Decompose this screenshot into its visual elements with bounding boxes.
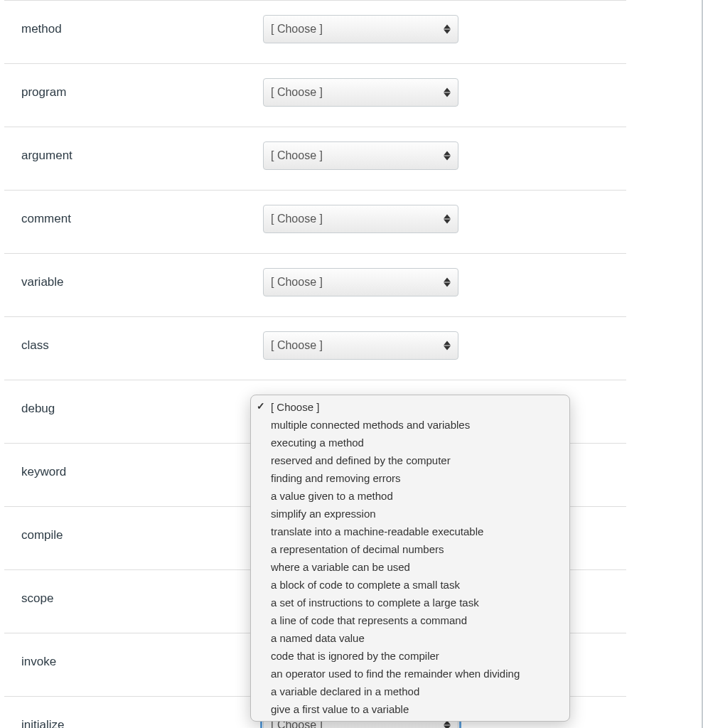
select-value: [ Choose ] bbox=[271, 339, 323, 352]
select-class[interactable]: [ Choose ] bbox=[263, 331, 458, 360]
select-comment[interactable]: [ Choose ] bbox=[263, 205, 458, 233]
chevron-updown-icon bbox=[444, 721, 451, 729]
dropdown-item[interactable]: translate into a machine-readable execut… bbox=[251, 523, 569, 540]
dropdown-item[interactable]: a representation of decimal numbers bbox=[251, 540, 569, 558]
row-label: compile bbox=[21, 521, 263, 542]
match-row-program: program [ Choose ] bbox=[4, 63, 626, 127]
chevron-updown-icon bbox=[444, 151, 451, 161]
select-value: [ Choose ] bbox=[271, 149, 323, 162]
dropdown-menu[interactable]: [ Choose ] multiple connected methods an… bbox=[250, 395, 570, 722]
dropdown-item[interactable]: a line of code that represents a command bbox=[251, 611, 569, 629]
chevron-updown-icon bbox=[444, 278, 451, 287]
select-variable[interactable]: [ Choose ] bbox=[263, 268, 458, 296]
row-label: class bbox=[21, 331, 263, 353]
row-label: comment bbox=[21, 205, 263, 226]
chevron-updown-icon bbox=[444, 88, 451, 97]
dropdown-item[interactable]: multiple connected methods and variables bbox=[251, 416, 569, 434]
row-label: initialize bbox=[21, 711, 263, 728]
match-row-argument: argument [ Choose ] bbox=[4, 127, 626, 190]
row-label: variable bbox=[21, 268, 263, 289]
dropdown-item[interactable]: an operator used to find the remainder w… bbox=[251, 665, 569, 682]
select-argument[interactable]: [ Choose ] bbox=[263, 141, 458, 170]
row-label: scope bbox=[21, 584, 263, 606]
row-label: method bbox=[21, 15, 263, 36]
dropdown-item[interactable]: give a first value to a variable bbox=[251, 700, 569, 718]
row-label: program bbox=[21, 78, 263, 100]
match-row-comment: comment [ Choose ] bbox=[4, 190, 626, 253]
dropdown-item[interactable]: simplify an expression bbox=[251, 505, 569, 523]
dropdown-item[interactable]: a named data value bbox=[251, 629, 569, 647]
row-label: argument bbox=[21, 141, 263, 163]
match-row-method: method [ Choose ] bbox=[4, 0, 626, 63]
select-value: [ Choose ] bbox=[271, 276, 323, 289]
dropdown-item[interactable]: finding and removing errors bbox=[251, 469, 569, 487]
chevron-updown-icon bbox=[444, 215, 451, 224]
dropdown-item[interactable]: a set of instructions to complete a larg… bbox=[251, 594, 569, 611]
chevron-updown-icon bbox=[444, 25, 451, 34]
dropdown-item[interactable]: a block of code to complete a small task bbox=[251, 576, 569, 594]
select-program[interactable]: [ Choose ] bbox=[263, 78, 458, 107]
dropdown-item[interactable]: [ Choose ] bbox=[251, 398, 569, 416]
match-row-variable: variable [ Choose ] bbox=[4, 253, 626, 316]
row-label: keyword bbox=[21, 458, 263, 479]
row-label: debug bbox=[21, 395, 263, 416]
chevron-updown-icon bbox=[444, 341, 451, 350]
dropdown-item[interactable]: a value given to a method bbox=[251, 487, 569, 505]
select-value: [ Choose ] bbox=[271, 213, 323, 225]
select-method[interactable]: [ Choose ] bbox=[263, 15, 458, 43]
match-row-class: class [ Choose ] bbox=[4, 316, 626, 380]
dropdown-item[interactable]: executing a method bbox=[251, 434, 569, 451]
select-value: [ Choose ] bbox=[271, 86, 323, 99]
dropdown-item[interactable]: reserved and defined by the computer bbox=[251, 451, 569, 469]
dropdown-item[interactable]: a variable declared in a method bbox=[251, 682, 569, 700]
dropdown-item[interactable]: code that is ignored by the compiler bbox=[251, 647, 569, 665]
dropdown-item[interactable]: where a variable can be used bbox=[251, 558, 569, 576]
row-label: invoke bbox=[21, 648, 263, 669]
select-value: [ Choose ] bbox=[271, 23, 323, 36]
